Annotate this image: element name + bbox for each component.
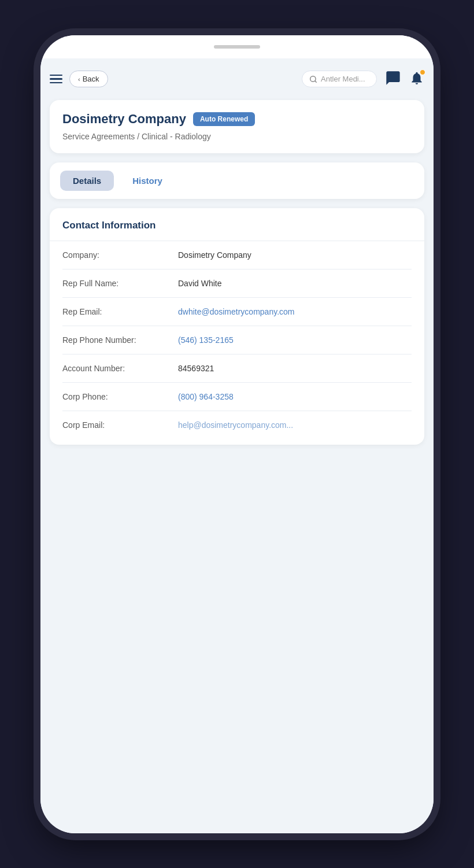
- contact-row-corp-phone: Corp Phone: (800) 964-3258: [62, 383, 412, 411]
- status-bar: [40, 35, 434, 58]
- value-corp-phone[interactable]: (800) 964-3258: [178, 392, 412, 401]
- company-name: Dosimetry Company: [62, 112, 186, 127]
- label-corp-email: Corp Email:: [62, 420, 178, 430]
- contact-row-rep-phone: Rep Phone Number: (546) 135-2165: [62, 326, 412, 354]
- value-company: Dosimetry Company: [178, 250, 412, 260]
- notification-dot: [420, 69, 425, 75]
- app-content: ‹ Back Antler Medi...: [40, 58, 434, 833]
- value-account-number: 84569321: [178, 364, 412, 373]
- contact-section-title: Contact Information: [62, 220, 412, 231]
- back-button[interactable]: ‹ Back: [69, 71, 108, 87]
- contact-row-company: Company: Dosimetry Company: [62, 241, 412, 269]
- chat-icon-wrap[interactable]: [385, 70, 401, 88]
- chat-icon: [385, 70, 401, 86]
- label-company: Company:: [62, 250, 178, 260]
- svg-line-1: [315, 80, 317, 82]
- header: ‹ Back Antler Medi...: [50, 68, 424, 91]
- contact-card: Contact Information Company: Dosimetry C…: [50, 208, 424, 445]
- company-card: Dosimetry Company Auto Renewed Service A…: [50, 100, 424, 153]
- back-label: Back: [83, 75, 99, 83]
- tabs-card: Details History: [50, 162, 424, 199]
- header-right: Antler Medi...: [302, 70, 424, 88]
- value-rep-email[interactable]: dwhite@dosimetrycompany.com: [178, 307, 412, 316]
- contact-row-rep-email: Rep Email: dwhite@dosimetrycompany.com: [62, 298, 412, 326]
- value-rep-name: David White: [178, 279, 412, 288]
- label-corp-phone: Corp Phone:: [62, 392, 178, 401]
- search-icon: [309, 75, 317, 83]
- label-rep-name: Rep Full Name:: [62, 279, 178, 288]
- label-rep-phone: Rep Phone Number:: [62, 335, 178, 345]
- tab-history[interactable]: History: [120, 171, 175, 191]
- auto-renewed-badge: Auto Renewed: [193, 112, 255, 126]
- contact-row-corp-email: Corp Email: help@dosimetrycompany.com...: [62, 411, 412, 433]
- hamburger-menu-icon[interactable]: [50, 75, 62, 84]
- label-account-number: Account Number:: [62, 364, 178, 373]
- contact-row-account-number: Account Number: 84569321: [62, 354, 412, 383]
- status-pill: [214, 45, 260, 49]
- company-header-row: Dosimetry Company Auto Renewed: [62, 112, 412, 127]
- search-placeholder-text: Antler Medi...: [321, 75, 365, 83]
- chevron-left-icon: ‹: [78, 76, 80, 83]
- value-corp-email[interactable]: help@dosimetrycompany.com...: [178, 420, 412, 430]
- tab-details[interactable]: Details: [60, 171, 114, 191]
- phone-body: ‹ Back Antler Medi...: [40, 35, 434, 833]
- header-left: ‹ Back: [50, 71, 108, 87]
- contact-row-rep-name: Rep Full Name: David White: [62, 269, 412, 298]
- label-rep-email: Rep Email:: [62, 307, 178, 316]
- value-rep-phone[interactable]: (546) 135-2165: [178, 335, 412, 345]
- breadcrumb: Service Agreements / Clinical - Radiolog…: [62, 132, 211, 141]
- phone-frame: ‹ Back Antler Medi...: [0, 0, 474, 868]
- notification-icon-wrap[interactable]: [409, 71, 424, 88]
- search-bar[interactable]: Antler Medi...: [302, 71, 377, 87]
